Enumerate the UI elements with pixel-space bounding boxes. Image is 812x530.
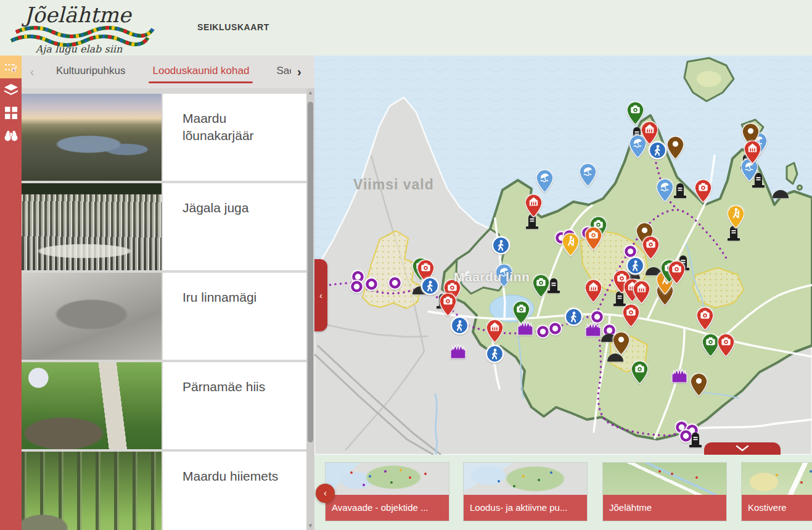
map-marker-camera-red[interactable]	[440, 293, 456, 318]
map-marker-camera-red[interactable]	[697, 307, 713, 333]
mini-marker-dot	[810, 470, 812, 473]
map-marker-walk-blue[interactable]	[450, 316, 469, 337]
map-marker-beach-blue[interactable]	[536, 170, 553, 195]
poi-card[interactable]: Iru linnamägi	[163, 273, 306, 360]
saved-view-label: Kostivere	[742, 495, 812, 521]
mini-marker-dot	[776, 474, 778, 476]
map-marker-beach-blue[interactable]	[580, 164, 596, 189]
map-marker-house-red[interactable]	[525, 194, 542, 220]
map-marker-camera-green[interactable]	[702, 334, 719, 359]
mini-map-image	[742, 463, 812, 495]
poi-card[interactable]: Pärnamäe hiis	[163, 362, 306, 449]
map-marker-camera-green[interactable]	[533, 275, 549, 300]
joelahtme-logo: Jõelähtme Aja lugu elab siin	[5, 1, 178, 56]
map-marker-camera-red[interactable]	[668, 261, 685, 286]
mini-marker-dot	[538, 479, 540, 481]
tab-kultuuripuhkus[interactable]: Kultuuripuhkus	[43, 56, 139, 88]
map-marker-dot-brown[interactable]	[691, 373, 707, 399]
map-marker-castle-purple[interactable]	[448, 344, 469, 362]
sidebar-item-binoculars[interactable]	[0, 124, 22, 147]
map-marker-hike-yellow[interactable]	[562, 233, 579, 259]
logo-title-text: Jõelähtme	[21, 2, 132, 27]
map-marker-house-red[interactable]	[744, 141, 761, 166]
tab-truncated[interactable]: Sac	[263, 56, 291, 88]
mini-marker-dot	[658, 470, 661, 473]
map-marker-house-red[interactable]	[585, 279, 602, 305]
map-marker-castle-purple[interactable]	[669, 368, 690, 386]
views-prev-button[interactable]: ‹	[316, 484, 335, 503]
mini-marker-dot	[671, 473, 673, 475]
list-item[interactable]: Maardu hiiemets	[22, 452, 306, 530]
mini-marker-dot	[369, 475, 371, 478]
mini-marker-dot	[409, 476, 411, 479]
category-tabbar: ‹KultuuripuhkusLooduskaunid kohadSac›	[22, 56, 314, 88]
map-marker-beach-blue[interactable]	[496, 264, 512, 289]
route-icon: B	[4, 62, 18, 73]
map-marker-dot-brown[interactable]	[613, 332, 630, 357]
list-item[interactable]: Pärnamäe hiis	[22, 362, 306, 449]
sidebar-item-layers[interactable]	[0, 78, 22, 101]
list-item[interactable]: Jägala juga	[22, 183, 306, 270]
map-marker-house-red[interactable]	[633, 281, 650, 306]
map-marker-camera-green[interactable]	[631, 361, 648, 386]
scroll-down-icon[interactable]: ▼	[306, 521, 314, 530]
map-marker-walk-blue[interactable]	[485, 344, 504, 366]
map-marker-monument-black[interactable]	[673, 182, 687, 202]
list-scrollbar[interactable]: ▲ ▼	[306, 88, 314, 530]
map-marker-house-red[interactable]	[486, 320, 503, 345]
panel-collapse-button[interactable]: ‹	[314, 259, 327, 331]
header: Jõelähtme Aja lugu elab siin SEIKLUSKAAR…	[0, 0, 812, 56]
saved-view-thumbnail[interactable]: Avavaade - objektide ...	[326, 463, 449, 521]
scroll-up-icon[interactable]: ▲	[306, 88, 314, 97]
map-marker-camera-red[interactable]	[623, 304, 639, 329]
mini-map-image	[464, 463, 587, 495]
map-marker-walk-blue[interactable]	[491, 236, 511, 257]
map-marker-castle-purple[interactable]	[515, 320, 536, 339]
map-marker-ring-purple[interactable]	[364, 276, 379, 294]
map-marker-walk-blue[interactable]	[626, 256, 645, 278]
sidebar-item-grid[interactable]	[0, 101, 22, 124]
tabs-next-icon[interactable]: ›	[291, 65, 307, 79]
mini-marker-dot	[384, 470, 387, 473]
mini-marker-dot	[498, 480, 500, 482]
poi-card[interactable]: Maardu lõunakarjäär	[163, 94, 306, 181]
map-marker-hike-yellow[interactable]	[728, 205, 744, 231]
mini-marker-dot	[513, 485, 515, 487]
tab-looduskaunid-kohad[interactable]: Looduskaunid kohad	[139, 56, 263, 88]
map-marker-camera-red[interactable]	[642, 236, 659, 262]
map-marker-walk-blue[interactable]	[564, 307, 583, 329]
map-marker-dome-black[interactable]	[772, 189, 789, 201]
map-marker-walk-blue[interactable]	[648, 141, 667, 162]
sidebar-item-route[interactable]: B	[0, 56, 22, 78]
map-marker-ring-purple[interactable]	[387, 275, 403, 293]
saved-view-thumbnail[interactable]: Loodus- ja aktiivne pu...	[464, 463, 587, 521]
saved-view-thumbnail[interactable]: Kostivere	[742, 463, 812, 521]
bottombar-toggle-button[interactable]	[704, 442, 781, 455]
poi-card[interactable]: Maardu hiiemets	[163, 452, 306, 530]
grid-icon	[5, 107, 17, 119]
map-marker-beach-blue[interactable]	[657, 179, 673, 204]
poi-title: Maardu lõunakarjäär	[182, 110, 298, 145]
map-marker-camera-orange[interactable]	[585, 227, 602, 252]
map-canvas[interactable]: Viimsi valdMaardu linn ‹	[314, 56, 812, 455]
tabs-prev-icon[interactable]: ‹	[22, 65, 43, 79]
scrollbar-thumb[interactable]	[308, 102, 313, 442]
map-marker-castle-purple[interactable]	[583, 321, 604, 340]
svg-text:B: B	[12, 68, 15, 72]
map-marker-camera-red[interactable]	[718, 334, 734, 359]
map-marker-camera-red[interactable]	[695, 180, 712, 205]
map-marker-ring-purple[interactable]	[349, 279, 364, 297]
map-marker-monument-black[interactable]	[688, 431, 703, 451]
chevron-down-icon	[736, 445, 749, 452]
saved-view-label: Avavaade - objektide ...	[326, 495, 449, 521]
poi-list[interactable]: Maardu lõunakarjäärJägala jugaIru linnam…	[22, 88, 306, 530]
poi-photo	[22, 452, 162, 530]
map-marker-walk-blue[interactable]	[420, 276, 440, 298]
binoculars-icon	[4, 130, 18, 141]
poi-card[interactable]: Jägala juga	[163, 183, 306, 270]
list-item[interactable]: Iru linnamägi	[22, 273, 306, 360]
map-marker-ring-purple[interactable]	[547, 321, 563, 339]
saved-view-thumbnail[interactable]: Jõelähtme	[603, 463, 726, 521]
list-item[interactable]: Maardu lõunakarjäär	[22, 94, 306, 181]
map-marker-dot-brown[interactable]	[667, 136, 684, 162]
